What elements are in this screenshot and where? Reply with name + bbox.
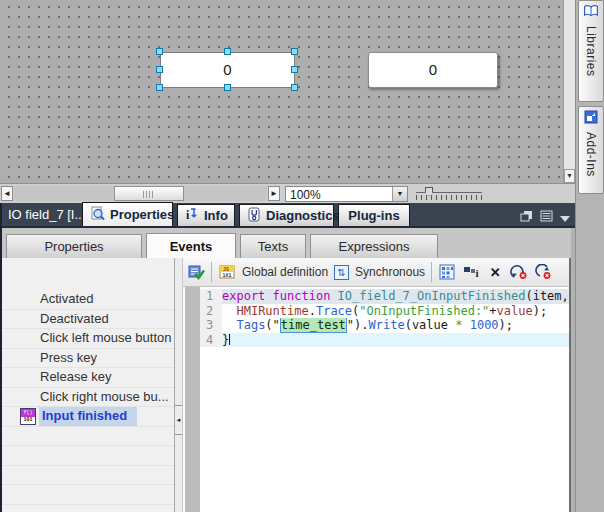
line-number: 4	[200, 333, 222, 348]
events-list: ActivatedDeactivatedClick left mouse but…	[2, 258, 174, 512]
list-view-icon[interactable]	[540, 208, 553, 226]
inspector-tab-bar: IO field_7 [I... Properties i Info Diagn…	[0, 203, 575, 228]
tab-properties-main[interactable]: Properties	[82, 202, 173, 226]
empty-row	[2, 427, 174, 447]
slider-ticks	[416, 195, 482, 200]
scroll-right-button[interactable]: ►	[268, 186, 280, 201]
redo-error-icon[interactable]	[510, 263, 528, 281]
event-label: Click left mouse button	[40, 330, 172, 345]
undo-error-icon[interactable]	[534, 263, 552, 281]
sync-mode-icon[interactable]: ⇅	[334, 265, 349, 280]
tia-portal-window: 0 0 ▼ ◄ ► 100% ▼	[0, 0, 604, 512]
scroll-down-button[interactable]: ▼	[564, 169, 575, 183]
event-label: Press key	[40, 350, 97, 365]
sidebar-tab-label: Libraries	[584, 26, 598, 77]
event-row[interactable]: Press key	[2, 349, 174, 369]
global-definition-label[interactable]: Global definition	[242, 265, 328, 279]
canvas-vertical-scrollbar[interactable]: ▼	[563, 0, 575, 183]
tab-label: Properties	[110, 207, 174, 222]
code-area[interactable]: 1234 export function IO_field_7_OnInputF…	[183, 287, 569, 512]
tab-plugins[interactable]: Plug-ins	[338, 204, 410, 226]
svg-text:i: i	[186, 208, 190, 222]
addin-icon	[584, 110, 598, 128]
tab-diagnostics[interactable]: Diagnostics	[239, 204, 334, 226]
code-line[interactable]: export function IO_field_7_OnInputFinish…	[222, 289, 569, 304]
zoom-value: 100%	[290, 188, 321, 202]
event-label: Click right mouse bu...	[40, 389, 169, 404]
collapse-arrow-icon: ◄	[176, 417, 182, 423]
line-number: 2	[200, 304, 222, 319]
object-info-icon[interactable]: i	[462, 263, 480, 281]
zoom-slider[interactable]	[416, 186, 482, 202]
event-row[interactable]: Click left mouse button	[2, 329, 174, 349]
toolbar-separator	[211, 262, 212, 282]
event-row[interactable]: Click right mouse bu...	[2, 388, 174, 408]
tab-expressions[interactable]: Expressions	[310, 234, 438, 258]
scrollbar-thumb[interactable]	[114, 186, 184, 201]
properties-icon	[90, 206, 105, 224]
info-icon: i	[185, 207, 199, 225]
line-number: 3	[200, 318, 222, 333]
splitter-collapse-handle[interactable]: ◄	[175, 405, 182, 435]
selection-handle[interactable]	[156, 66, 163, 73]
selection-handle[interactable]	[291, 66, 298, 73]
tab-label: Info	[204, 208, 228, 223]
js-definition-icon[interactable]: JS101	[218, 263, 236, 281]
toolbar-separator	[431, 262, 432, 282]
text-caret	[229, 334, 230, 345]
book-icon	[583, 4, 599, 22]
editor-margin	[185, 287, 200, 512]
diagnostics-icon	[247, 207, 261, 225]
collapse-chevron-down-icon[interactable]	[560, 216, 570, 222]
line-number-gutter: 1234	[200, 289, 222, 347]
event-row[interactable]: Activated	[2, 290, 174, 310]
empty-row	[2, 466, 174, 486]
event-label: Input finished	[39, 407, 137, 426]
event-label: Release key	[40, 369, 112, 384]
code-line[interactable]: HMIRuntime.Trace("OnInputFinished:"+valu…	[222, 304, 569, 319]
tab-info[interactable]: i Info	[177, 204, 235, 226]
selection-handle[interactable]	[291, 84, 298, 91]
tab-texts[interactable]: Texts	[240, 234, 306, 258]
selection-handle[interactable]	[224, 48, 231, 55]
sidebar-tab-addins[interactable]: Add-Ins	[578, 106, 604, 194]
selection-handle[interactable]	[291, 48, 298, 55]
script-editor: JS101 Global definition ⇅ Synchronous i …	[183, 258, 571, 512]
event-label: Deactivated	[40, 311, 109, 326]
tab-label: Plug-ins	[348, 208, 399, 223]
sidebar-tab-label: Add-Ins	[584, 132, 598, 177]
tab-label: Diagnostics	[266, 208, 340, 223]
scroll-left-button[interactable]: ◄	[1, 186, 13, 201]
script-check-icon[interactable]	[187, 263, 205, 281]
code-lines: export function IO_field_7_OnInputFinish…	[222, 289, 569, 347]
code-line[interactable]: Tags("time_test").Write(value * 1000);	[222, 318, 569, 333]
selection-handle[interactable]	[224, 84, 231, 91]
code-line[interactable]: }	[222, 333, 569, 348]
grid-icon[interactable]	[438, 263, 456, 281]
zoom-dropdown-button[interactable]: ▼	[392, 187, 407, 201]
selection-handle[interactable]	[156, 48, 163, 55]
selection-handle[interactable]	[156, 84, 163, 91]
io-field[interactable]: 0	[368, 52, 498, 88]
task-card-strip: Libraries Add-Ins	[575, 0, 604, 512]
tab-events[interactable]: Events	[146, 233, 236, 258]
panel-splitter[interactable]: ◄	[174, 258, 183, 512]
synchronous-label[interactable]: Synchronous	[355, 265, 425, 279]
horizontal-scrollbar[interactable]	[14, 186, 267, 201]
screen-canvas[interactable]: 0 0	[0, 0, 563, 183]
events-panel: ActivatedDeactivatedClick left mouse but…	[0, 258, 571, 512]
float-window-icon[interactable]	[520, 208, 533, 226]
sidebar-tab-libraries[interactable]: Libraries	[578, 0, 604, 102]
script-event-icon: f()101	[20, 408, 36, 425]
io-field-selected[interactable]: 0	[160, 52, 295, 88]
delete-icon[interactable]: ✕	[486, 263, 504, 281]
event-row[interactable]: Deactivated	[2, 310, 174, 330]
event-label: Activated	[40, 291, 93, 306]
event-row[interactable]: f()101Input finished	[2, 407, 174, 427]
svg-text:101: 101	[223, 272, 232, 278]
sub-tab-bar: Properties Events Texts Expressions	[0, 228, 571, 258]
script-toolbar: JS101 Global definition ⇅ Synchronous i …	[183, 258, 569, 287]
event-row[interactable]: Release key	[2, 368, 174, 388]
tab-properties-sub[interactable]: Properties	[6, 234, 142, 258]
zoom-combobox[interactable]: 100% ▼	[285, 186, 408, 202]
